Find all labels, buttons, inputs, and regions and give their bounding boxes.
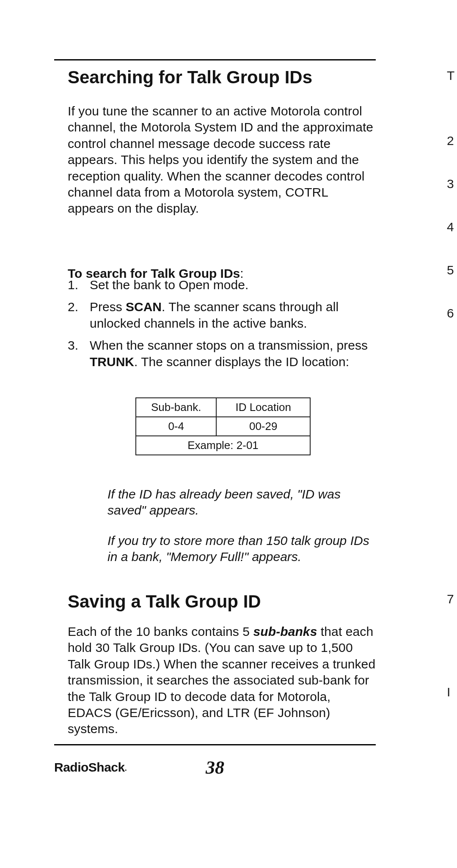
id-location-table: Sub-bank. ID Location 0-4 00-29 Example:… [135,397,311,455]
table-row: 0-4 00-29 [136,417,310,436]
page-footer: RadioShack. 38 [54,757,376,782]
key-scan: SCAN [126,300,162,314]
step-number: 2. [68,299,90,331]
edge-glyph: 5 [447,263,457,277]
step-number: 3. [68,337,90,370]
para-saving: Each of the 10 banks contains 5 sub-bank… [68,624,377,737]
step-text: When the scanner stops on a transmission… [90,337,377,370]
page-number: 38 [54,757,376,778]
edge-glyph: 7 [447,592,457,606]
th-subbank: Sub-bank. [136,398,217,416]
steps-list: 1. Set the bank to Open mode. 2. Press S… [68,277,377,376]
heading-searching: Searching for Talk Group IDs [68,68,377,87]
th-idlocation: ID Location [217,398,310,416]
table-header-row: Sub-bank. ID Location [136,398,310,417]
td-idlocation: 00-29 [217,417,310,435]
heading-saving: Saving a Talk Group ID [68,592,377,611]
table-example-row: Example: 2-01 [136,436,310,455]
td-subbank: 0-4 [136,417,217,435]
term-subbanks: sub-banks [253,624,317,638]
key-trunk: TRUNK [90,355,134,369]
step-number: 1. [68,277,90,293]
para-searching: If you tune the scanner to an active Mot… [68,103,377,217]
manual-page: Searching for Talk Group IDs If you tune… [0,0,457,868]
edge-glyph: I [447,685,457,699]
note-memory-full: If you try to store more than 150 talk g… [107,533,370,565]
step-text: Set the bank to Open mode. [90,277,377,293]
edge-glyph: 6 [447,306,457,320]
edge-glyph: T [447,68,457,83]
edge-glyph: 3 [447,177,457,191]
step-3: 3. When the scanner stops on a transmiss… [68,337,377,370]
rule-bottom [54,744,376,745]
edge-glyph: 4 [447,220,457,234]
edge-glyph: 2 [447,134,457,148]
step-1: 1. Set the bank to Open mode. [68,277,377,293]
step-2: 2. Press SCAN. The scanner scans through… [68,299,377,331]
td-example: Example: 2-01 [136,436,310,455]
step-text: Press SCAN. The scanner scans through al… [90,299,377,331]
note-id-saved: If the ID has already been saved, "ID wa… [107,486,370,519]
rule-top [54,59,376,60]
